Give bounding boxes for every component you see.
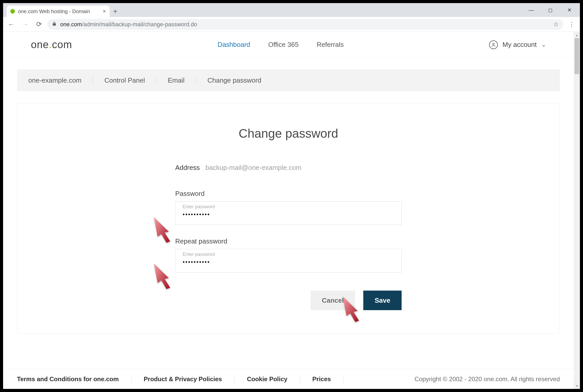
nav-back-button[interactable]: ← bbox=[6, 19, 17, 30]
annotation-arrow-icon bbox=[152, 215, 175, 243]
password-label: Password bbox=[175, 190, 402, 198]
site-header: one.com Dashboard Office 365 Referrals M… bbox=[3, 32, 574, 58]
breadcrumb: one-example.com Control Panel Email Chan… bbox=[17, 69, 560, 91]
nav-referrals[interactable]: Referrals bbox=[317, 41, 344, 49]
browser-address-bar: ← → ⟳ one.com/admin/mail/backup-mail/cha… bbox=[3, 17, 580, 32]
password-placeholder: Enter password bbox=[183, 204, 394, 210]
browser-titlebar: one.com Web hosting - Domain × + — ◻ ✕ bbox=[3, 3, 580, 17]
url-input[interactable]: one.com/admin/mail/backup-mail/change-pa… bbox=[47, 19, 563, 30]
breadcrumb-item[interactable]: Email bbox=[168, 76, 184, 84]
save-button[interactable]: Save bbox=[363, 291, 402, 310]
breadcrumb-item[interactable]: Change password bbox=[207, 76, 261, 84]
repeat-password-placeholder: Enter password bbox=[183, 252, 394, 257]
new-tab-button[interactable]: + bbox=[110, 6, 121, 17]
scroll-up-icon[interactable]: ▴ bbox=[574, 32, 580, 38]
browser-tab[interactable]: one.com Web hosting - Domain × bbox=[7, 6, 110, 17]
repeat-password-label: Repeat password bbox=[175, 237, 402, 245]
repeat-password-input-wrap: Enter password bbox=[175, 249, 402, 273]
change-password-card: Change password Address backup-mail@one-… bbox=[17, 103, 560, 334]
lock-icon bbox=[52, 21, 57, 27]
window-close-button[interactable]: ✕ bbox=[560, 4, 579, 16]
window-minimize-button[interactable]: — bbox=[522, 4, 541, 16]
browser-menu-button[interactable]: ⋮ bbox=[566, 19, 577, 30]
svg-marker-2 bbox=[154, 264, 170, 289]
main-nav: Dashboard Office 365 Referrals bbox=[72, 41, 489, 49]
site-logo[interactable]: one.com bbox=[31, 39, 72, 50]
scroll-thumb[interactable] bbox=[575, 38, 579, 74]
breadcrumb-item[interactable]: Control Panel bbox=[104, 76, 145, 84]
tab-title: one.com Web hosting - Domain bbox=[18, 8, 100, 14]
password-input-wrap: Enter password bbox=[175, 201, 402, 225]
chevron-down-icon: ⌄ bbox=[541, 41, 546, 48]
footer-copyright: Copyright © 2002 - 2020 one.com. All rig… bbox=[414, 376, 560, 383]
footer-cookie-link[interactable]: Cookie Policy bbox=[247, 376, 287, 383]
favicon-icon bbox=[10, 9, 15, 14]
vertical-scrollbar[interactable]: ▴ ▾ bbox=[574, 32, 580, 389]
footer-terms-link[interactable]: Terms and Conditions for one.com bbox=[17, 376, 119, 383]
nav-office365[interactable]: Office 365 bbox=[268, 41, 299, 49]
address-label: Address bbox=[175, 164, 200, 172]
password-input[interactable] bbox=[183, 211, 394, 218]
breadcrumb-item[interactable]: one-example.com bbox=[28, 76, 82, 84]
cancel-button[interactable]: Cancel bbox=[311, 291, 355, 310]
footer-privacy-link[interactable]: Product & Privacy Policies bbox=[144, 376, 222, 383]
nav-dashboard[interactable]: Dashboard bbox=[217, 41, 250, 49]
close-tab-icon[interactable]: × bbox=[103, 8, 106, 15]
account-label: My account bbox=[502, 41, 537, 49]
svg-point-0 bbox=[493, 43, 494, 45]
bookmark-star-icon[interactable]: ☆ bbox=[553, 21, 559, 28]
nav-reload-button[interactable]: ⟳ bbox=[33, 19, 45, 30]
url-text: one.com/admin/mail/backup-mail/change-pa… bbox=[60, 21, 550, 28]
footer-prices-link[interactable]: Prices bbox=[312, 376, 331, 383]
annotation-arrow-icon bbox=[152, 262, 175, 290]
page-title: Change password bbox=[17, 126, 560, 141]
account-menu[interactable]: My account ⌄ bbox=[489, 40, 546, 49]
scroll-down-icon[interactable]: ▾ bbox=[574, 383, 580, 389]
window-maximize-button[interactable]: ◻ bbox=[541, 4, 560, 16]
repeat-password-input[interactable] bbox=[183, 259, 394, 265]
address-value: backup-mail@one-example.com bbox=[205, 164, 301, 172]
svg-marker-1 bbox=[154, 217, 170, 243]
user-icon bbox=[489, 40, 498, 49]
nav-forward-button[interactable]: → bbox=[20, 19, 31, 30]
site-footer: Terms and Conditions for one.com Product… bbox=[3, 369, 574, 389]
